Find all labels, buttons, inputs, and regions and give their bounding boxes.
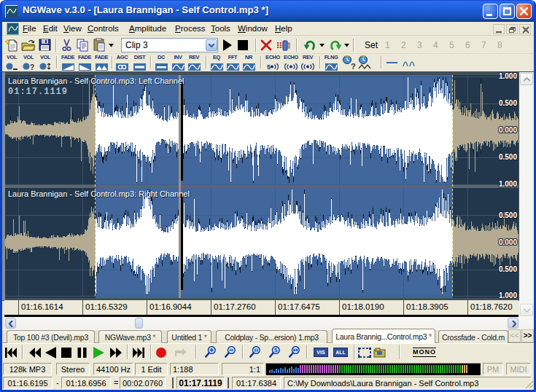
svg-text:5: 5 [267, 63, 271, 71]
svg-text:S: S [274, 348, 278, 353]
svg-text:?: ? [30, 63, 34, 71]
svg-text:?: ? [351, 62, 356, 70]
